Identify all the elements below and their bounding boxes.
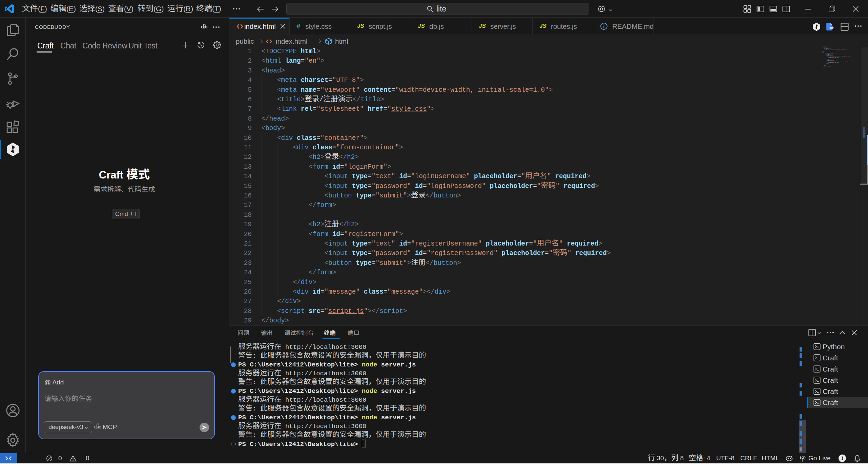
- svg-text:PHP: PHP: [829, 27, 834, 29]
